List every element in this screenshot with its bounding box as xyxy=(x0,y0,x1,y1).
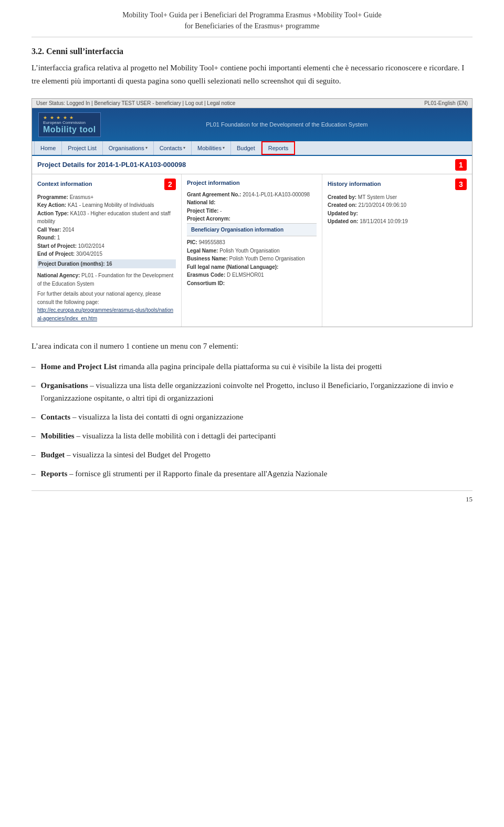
ss-nav-reports[interactable]: Reports xyxy=(261,141,296,155)
ss-topbar-right: PL01-English (EN) xyxy=(424,100,468,106)
bullet-contacts: – Contacts – visualizza la lista dei con… xyxy=(32,411,472,423)
bullet-budget-content: Budget – visualizza la sintesi del Budge… xyxy=(41,448,473,461)
header-line2: for Beneficiaries of the Erasmus+ progra… xyxy=(184,22,319,30)
page-number: 15 xyxy=(32,490,472,504)
bullet-mobilities: – Mobilities – visualizza la lista delle… xyxy=(32,430,472,442)
ss-logo-stars: ★ ★ ★ ★ ★ xyxy=(43,115,74,120)
ss-nav-home[interactable]: Home xyxy=(34,141,62,155)
ss-badge-3: 3 xyxy=(455,179,467,190)
ss-logo-box: ★ ★ ★ ★ ★ European Commission Mobility t… xyxy=(38,112,101,137)
bullet-dash-6: – xyxy=(32,467,36,480)
bullet-reports: – Reports – fornisce gli strumenti per i… xyxy=(32,467,472,480)
ss-col2-fields: Grant Agreement No.: 2014-1-PL01-KA103-0… xyxy=(187,191,317,223)
ss-col2-beneficiary-fields: PIC: 949555883 Legal Name: Polish Youth … xyxy=(187,238,317,287)
bullet-organisations: – Organisations – visualizza una lista d… xyxy=(32,379,472,404)
ss-project-title: Project Details for 2014-1-PL01-KA103-00… xyxy=(37,161,186,169)
ss-nav-projectlist[interactable]: Project List xyxy=(62,141,102,155)
bullet-list: – Home and Project List rimanda alla pag… xyxy=(32,360,472,480)
ss-nav-organisations[interactable]: Organisations ▾ xyxy=(103,141,154,155)
ss-badge-2: 2 xyxy=(164,179,176,190)
ss-header-center: PL01 Foundation for the Development of t… xyxy=(108,121,466,128)
ss-col1-fields: Programme: Erasmus+ Key Action: KA1 - Le… xyxy=(37,193,176,269)
ss-col3-header: History information 3 xyxy=(328,179,467,190)
ss-project-bar: Project Details for 2014-1-PL01-KA103-00… xyxy=(32,156,472,174)
ss-topbar: User Status: Logged In | Beneficiary TES… xyxy=(32,99,472,108)
ss-col1: Context information 2 Programme: Erasmus… xyxy=(32,174,182,327)
bullet-mobilities-content: Mobilities – visualizza la lista delle m… xyxy=(41,430,473,442)
ss-commission-label: European Commission xyxy=(43,120,86,125)
after-screenshot-text: L’area indicata con il numero 1 contiene… xyxy=(32,340,472,353)
ss-content-area: Context information 2 Programme: Erasmus… xyxy=(32,174,472,327)
bullet-home-content: Home and Project List rimanda alla pagin… xyxy=(41,360,473,373)
ss-badge-1: 1 xyxy=(455,159,467,171)
screenshot-container: User Status: Logged In | Beneficiary TES… xyxy=(32,98,472,328)
header-line1: Mobility Tool+ Guida per i Beneficiari d… xyxy=(122,11,382,19)
bullet-dash-5: – xyxy=(32,448,36,461)
bullet-dash-3: – xyxy=(32,411,36,423)
bullet-home: – Home and Project List rimanda alla pag… xyxy=(32,360,472,373)
bullet-reports-content: Reports – fornisce gli strumenti per il … xyxy=(41,467,473,480)
ss-tool-label: Mobility tool xyxy=(43,125,96,134)
bullet-organisations-content: Organisations – visualizza una lista del… xyxy=(41,379,473,404)
ss-col2: Project information Grant Agreement No.:… xyxy=(182,174,322,327)
bullet-dash-2: – xyxy=(32,379,36,404)
ss-col2-header: Project information xyxy=(187,179,317,187)
ss-col3: History information 3 Created by: MT Sys… xyxy=(322,174,472,327)
ss-col1-agency: National Agency: PL01 - Foundation for t… xyxy=(37,271,176,322)
ss-nav-budget[interactable]: Budget xyxy=(231,141,261,155)
ss-nav: Home Project List Organisations ▾ Contac… xyxy=(32,141,472,156)
section-heading: 3.2. Cenni sull’interfaccia xyxy=(32,47,472,56)
bullet-dash-4: – xyxy=(32,430,36,442)
ss-col1-header: Context information 2 xyxy=(37,179,176,190)
bullet-contacts-content: Contacts – visualizza la lista dei conta… xyxy=(41,411,473,423)
bullet-dash-1: – xyxy=(32,360,36,373)
ss-nav-mobilities[interactable]: Mobilities ▾ xyxy=(192,141,231,155)
ss-nav-contacts[interactable]: Contacts ▾ xyxy=(154,141,192,155)
ss-beneficiary-header: Beneficiary Organisation information xyxy=(187,223,317,237)
ss-header: ★ ★ ★ ★ ★ European Commission Mobility t… xyxy=(32,108,472,141)
ss-topbar-left: User Status: Logged In | Beneficiary TES… xyxy=(36,100,235,106)
section-para1: L’interfaccia grafica relativa al proget… xyxy=(32,61,472,88)
page-header: Mobility Tool+ Guida per i Beneficiari d… xyxy=(32,0,472,37)
bullet-budget: – Budget – visualizza la sintesi del Bud… xyxy=(32,448,472,461)
ss-col3-fields: Created by: MT System User Created on: 2… xyxy=(328,193,467,226)
